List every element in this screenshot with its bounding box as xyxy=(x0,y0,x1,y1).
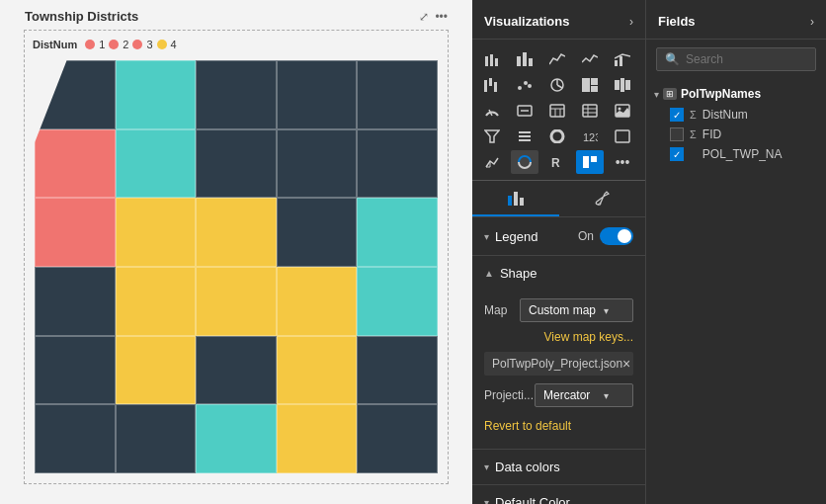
legend-chevron-icon: ▾ xyxy=(484,231,489,242)
viz-icon-treemap[interactable] xyxy=(576,73,604,97)
tree-group-header[interactable]: ▾ ⊞ PolTwpNames xyxy=(654,83,818,105)
grid-cell xyxy=(35,198,116,267)
grid-cell xyxy=(357,129,438,199)
svg-rect-5 xyxy=(529,58,533,66)
viz-icons-grid: 123 R ••• xyxy=(472,40,645,178)
projection-label: Projecti... xyxy=(484,388,534,402)
view-map-keys-link[interactable]: View map keys... xyxy=(484,330,633,344)
viz-icon-matrix[interactable] xyxy=(576,99,604,123)
list-item[interactable]: Σ FID xyxy=(670,125,818,144)
viz-icon-area-chart[interactable] xyxy=(543,47,571,71)
distnum-checkbox[interactable] xyxy=(670,108,684,122)
viz-icon-combo-chart[interactable] xyxy=(609,47,636,71)
projection-value: Mercator xyxy=(543,388,590,402)
fields-tree: ▾ ⊞ PolTwpNames Σ DistNum Σ FID xyxy=(646,79,826,504)
svg-point-13 xyxy=(528,84,532,88)
svg-marker-36 xyxy=(485,130,499,142)
viz-icon-text-box[interactable] xyxy=(609,125,636,148)
grid-cell xyxy=(277,267,358,336)
viz-icon-waterfall[interactable] xyxy=(478,73,506,97)
viz-icon-pie[interactable] xyxy=(543,73,571,97)
viz-icon-stacked-bar[interactable] xyxy=(478,47,506,71)
grid-cell xyxy=(196,404,277,473)
grid-cell xyxy=(35,60,116,129)
fields-search-box[interactable]: 🔍 xyxy=(656,47,816,71)
legend-label: DistNum xyxy=(33,39,77,50)
grid-cell xyxy=(116,404,197,473)
viz-icon-card[interactable] xyxy=(511,99,538,123)
search-input[interactable] xyxy=(686,52,807,66)
viz-icon-number-card[interactable]: 123 xyxy=(576,125,604,148)
svg-point-35 xyxy=(619,108,621,111)
svg-text:R: R xyxy=(551,156,560,169)
list-item[interactable]: Σ POL_TWP_NA xyxy=(670,144,818,164)
svg-rect-2 xyxy=(495,58,498,66)
viz-icon-scatter[interactable] xyxy=(511,73,538,97)
viz-icon-line-chart[interactable] xyxy=(576,47,604,71)
svg-rect-6 xyxy=(615,60,618,66)
viz-icon-table[interactable] xyxy=(543,99,571,123)
expand-icon[interactable]: ⤢ xyxy=(419,10,429,24)
tree-group-poltwpnames: ▾ ⊞ PolTwpNames Σ DistNum Σ FID xyxy=(654,83,818,164)
data-colors-section: ▾ Data colors xyxy=(472,449,645,484)
grid-cell xyxy=(277,404,358,473)
legend-section: ▾ Legend On xyxy=(472,216,645,255)
grid-cell xyxy=(277,336,358,405)
svg-rect-17 xyxy=(582,78,590,92)
viz-icon-more-visuals[interactable]: ••• xyxy=(609,150,636,174)
viz-icon-sync[interactable] xyxy=(511,150,538,174)
viz-icon-donut[interactable] xyxy=(543,125,571,148)
legend-section-header[interactable]: ▾ Legend On xyxy=(472,217,645,255)
tree-group-name: PolTwpNames xyxy=(681,87,761,101)
shape-label: Shape xyxy=(500,266,537,281)
legend-num-4: 4 xyxy=(171,39,177,50)
grid-cell xyxy=(196,60,277,129)
tree-items: Σ DistNum Σ FID Σ POL_TWP_NA xyxy=(654,105,818,164)
svg-rect-26 xyxy=(550,105,564,117)
viz-icon-slicer[interactable] xyxy=(511,125,538,148)
tree-group-collapse-icon: ▾ xyxy=(654,89,659,100)
grid-cell xyxy=(277,129,358,199)
viz-icon-shape-map[interactable] xyxy=(478,150,506,174)
viz-icon-filter[interactable] xyxy=(478,125,506,148)
list-item[interactable]: Σ DistNum xyxy=(670,105,818,125)
tab-chart[interactable] xyxy=(472,181,559,216)
projection-row: Projecti... Mercator ▾ xyxy=(484,383,633,407)
poltwpna-checkbox[interactable] xyxy=(670,147,684,161)
legend-num-3: 3 xyxy=(146,39,152,50)
legend-dot-2 xyxy=(109,40,119,49)
viz-icon-map-filled[interactable] xyxy=(609,73,636,97)
svg-rect-22 xyxy=(625,80,630,90)
legend-toggle-switch[interactable] xyxy=(600,227,633,245)
default-color-header[interactable]: ▾ Default Color xyxy=(472,485,645,504)
distnum-label: DistNum xyxy=(702,108,748,122)
viz-icon-image[interactable] xyxy=(609,99,636,123)
map-type-row: Map Custom map ▾ xyxy=(484,298,633,322)
tab-brush[interactable] xyxy=(559,181,646,216)
map-visual xyxy=(35,60,438,473)
map-legend: DistNum 1 2 3 4 xyxy=(33,39,177,50)
revert-link[interactable]: Revert to default xyxy=(484,415,633,441)
default-color-label: Default Color xyxy=(495,495,570,504)
svg-rect-42 xyxy=(616,130,629,142)
viz-panel-chevron-icon[interactable]: › xyxy=(629,15,633,29)
viz-icon-shape-map-active[interactable] xyxy=(576,150,604,174)
grid-cell xyxy=(277,198,358,267)
svg-rect-20 xyxy=(615,80,620,90)
shape-section-header[interactable]: ▲ Shape xyxy=(472,256,645,291)
more-options-icon[interactable]: ••• xyxy=(435,10,448,24)
svg-rect-3 xyxy=(517,56,521,66)
map-type-label: Map xyxy=(484,303,507,317)
data-colors-header[interactable]: ▾ Data colors xyxy=(472,450,645,484)
map-type-dropdown[interactable]: Custom map ▾ xyxy=(520,298,633,322)
file-close-icon[interactable]: × xyxy=(622,356,630,372)
fid-checkbox[interactable] xyxy=(670,127,684,141)
fields-panel-chevron-icon[interactable]: › xyxy=(810,15,814,29)
viz-icon-r-visual[interactable]: R xyxy=(543,150,571,174)
viz-icon-bar-chart[interactable] xyxy=(511,47,538,71)
svg-point-12 xyxy=(524,81,528,85)
viz-icon-gauge[interactable] xyxy=(478,99,506,123)
viz-tabs xyxy=(472,180,645,216)
grid-cell xyxy=(357,60,438,129)
projection-dropdown[interactable]: Mercator ▾ xyxy=(535,383,633,407)
